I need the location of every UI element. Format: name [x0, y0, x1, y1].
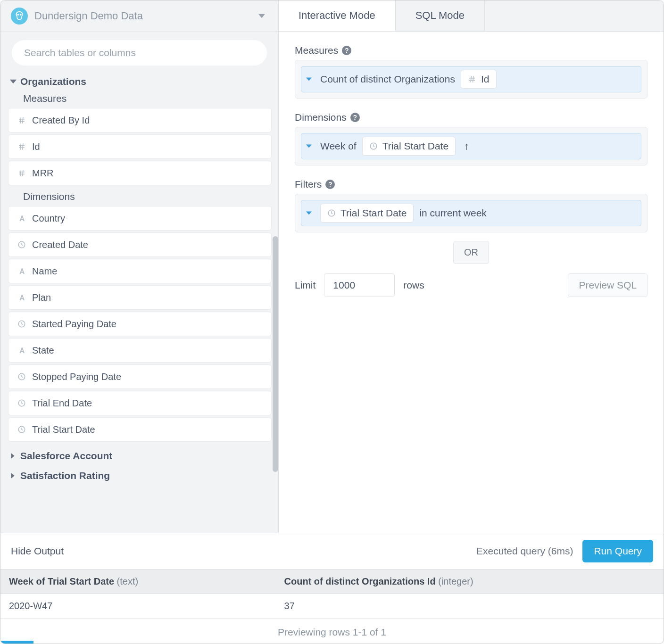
- filter-field-name: Trial Start Date: [340, 207, 407, 219]
- scrollbar-thumb[interactable]: [273, 236, 278, 472]
- query-builder: Measures ? Count of distinct Organizatio…: [279, 32, 664, 310]
- caret-down-icon[interactable]: [306, 210, 315, 216]
- limit-row: Limit rows Preview SQL: [295, 273, 647, 297]
- field-label: Stopped Paying Date: [32, 372, 121, 382]
- results-footer: Previewing rows 1-1 of 1: [0, 619, 664, 641]
- progress-bar: [0, 641, 33, 644]
- postgres-icon: [11, 8, 28, 25]
- sort-ascending-icon[interactable]: ↑: [461, 140, 472, 152]
- measure-field-pill[interactable]: Id: [461, 70, 497, 89]
- limit-input[interactable]: [324, 273, 395, 297]
- clock-icon: [15, 425, 28, 434]
- results-table: Week of Trial Start Date (text)Count of …: [0, 569, 664, 619]
- field-item[interactable]: Plan: [8, 285, 272, 310]
- schema-tree: Organizations Measures Created By IdIdMR…: [0, 69, 278, 485]
- tab-interactive-mode[interactable]: Interactive Mode: [279, 0, 396, 31]
- field-item[interactable]: Created By Id: [8, 108, 272, 132]
- field-item[interactable]: State: [8, 338, 272, 363]
- data-source-selector[interactable]: Dundersign Demo Data: [0, 0, 278, 32]
- output-bar: Hide Output Executed query (6ms) Run Que…: [0, 533, 664, 569]
- table-row[interactable]: 2020-W4737: [0, 594, 664, 619]
- measure-aggregation: Count of distinct Organizations: [320, 74, 455, 85]
- dimension-field-pill[interactable]: Trial Start Date: [362, 137, 456, 156]
- dimension-chip[interactable]: Week of Trial Start Date ↑: [301, 133, 641, 159]
- field-label: Trial End Date: [32, 398, 92, 409]
- or-button[interactable]: OR: [453, 241, 489, 264]
- tree-node-organizations[interactable]: Organizations: [5, 71, 274, 91]
- top-pane: Dundersign Demo Data Organizations Measu…: [0, 0, 664, 533]
- field-item[interactable]: Trial Start Date: [8, 417, 272, 442]
- tab-label: SQL Mode: [415, 9, 465, 22]
- text-icon: [15, 346, 28, 355]
- or-row: OR: [295, 241, 647, 264]
- clock-icon: [15, 240, 28, 249]
- caret-down-icon[interactable]: [306, 76, 315, 82]
- field-label: Id: [32, 141, 40, 152]
- hash-icon: [15, 142, 28, 151]
- svg-line-5: [23, 117, 24, 124]
- help-icon[interactable]: ?: [325, 180, 335, 189]
- column-header[interactable]: Week of Trial Start Date (text): [0, 570, 276, 594]
- field-item[interactable]: Id: [8, 134, 272, 159]
- field-label: Started Paying Date: [32, 319, 116, 330]
- help-icon[interactable]: ?: [350, 113, 360, 122]
- measure-chip[interactable]: Count of distinct Organizations Id: [301, 66, 641, 92]
- caret-down-icon[interactable]: [306, 143, 315, 149]
- field-item[interactable]: Country: [8, 206, 272, 231]
- column-header[interactable]: Count of distinct Organizations Id (inte…: [276, 570, 664, 594]
- field-item[interactable]: Stopped Paying Date: [8, 364, 272, 389]
- svg-line-9: [23, 143, 24, 150]
- chevron-right-icon: [10, 473, 19, 479]
- field-item[interactable]: Name: [8, 259, 272, 283]
- dimensions-dropzone[interactable]: Week of Trial Start Date ↑: [295, 127, 647, 165]
- caret-down-icon: [258, 13, 265, 19]
- table-cell: 37: [276, 594, 664, 619]
- field-label: Created By Id: [32, 115, 90, 126]
- chevron-right-icon: [10, 453, 19, 459]
- measures-list: Created By IdIdMRR: [5, 108, 274, 189]
- filter-condition[interactable]: in current week: [419, 207, 486, 219]
- chevron-down-icon: [10, 78, 19, 85]
- measure-field-name: Id: [481, 74, 490, 85]
- app-root: Dundersign Demo Data Organizations Measu…: [0, 0, 664, 644]
- svg-line-22: [473, 76, 473, 83]
- filter-chip[interactable]: Trial Start Date in current week: [301, 200, 641, 226]
- table-cell: 2020-W47: [0, 594, 276, 619]
- filter-field-pill[interactable]: Trial Start Date: [320, 204, 414, 223]
- measures-dropzone[interactable]: Count of distinct Organizations Id: [295, 60, 647, 99]
- hide-output-toggle[interactable]: Hide Output: [11, 545, 64, 557]
- clock-icon: [369, 142, 378, 150]
- field-item[interactable]: Trial End Date: [8, 391, 272, 415]
- field-item[interactable]: Started Paying Date: [8, 312, 272, 336]
- preview-sql-button[interactable]: Preview SQL: [568, 273, 647, 297]
- tree-node-collapsed[interactable]: Satisfaction Rating: [5, 465, 274, 485]
- svg-point-0: [17, 14, 18, 15]
- field-item[interactable]: Created Date: [8, 232, 272, 257]
- text-icon: [15, 293, 28, 302]
- clock-icon: [327, 209, 336, 217]
- field-label: Plan: [32, 292, 51, 303]
- dimension-field-name: Trial Start Date: [382, 140, 448, 152]
- search-input[interactable]: [12, 40, 267, 66]
- measures-section-label: Measures: [5, 91, 274, 108]
- help-icon[interactable]: ?: [342, 46, 351, 55]
- tree-node-collapsed[interactable]: Salesforce Account: [5, 446, 274, 465]
- tree-node-label: Satisfaction Rating: [20, 470, 110, 481]
- field-item[interactable]: MRR: [8, 161, 272, 185]
- clock-icon: [15, 399, 28, 407]
- filters-dropzone[interactable]: Trial Start Date in current week: [295, 194, 647, 232]
- section-label-text: Filters: [295, 179, 322, 190]
- tab-sql-mode[interactable]: SQL Mode: [396, 0, 485, 31]
- section-label-text: Measures: [295, 45, 338, 56]
- tab-label: Interactive Mode: [299, 9, 375, 22]
- dimensions-list: CountryCreated DateNamePlanStarted Payin…: [5, 206, 274, 446]
- svg-line-21: [471, 76, 472, 83]
- hash-icon: [15, 169, 28, 177]
- field-label: Country: [32, 213, 65, 224]
- data-source-name: Dundersign Demo Data: [34, 10, 143, 22]
- section-label-text: Dimensions: [295, 112, 347, 123]
- dimensions-label: Dimensions ?: [295, 112, 647, 123]
- run-query-button[interactable]: Run Query: [582, 540, 653, 562]
- hash-icon: [15, 116, 28, 124]
- sidebar: Dundersign Demo Data Organizations Measu…: [0, 0, 279, 533]
